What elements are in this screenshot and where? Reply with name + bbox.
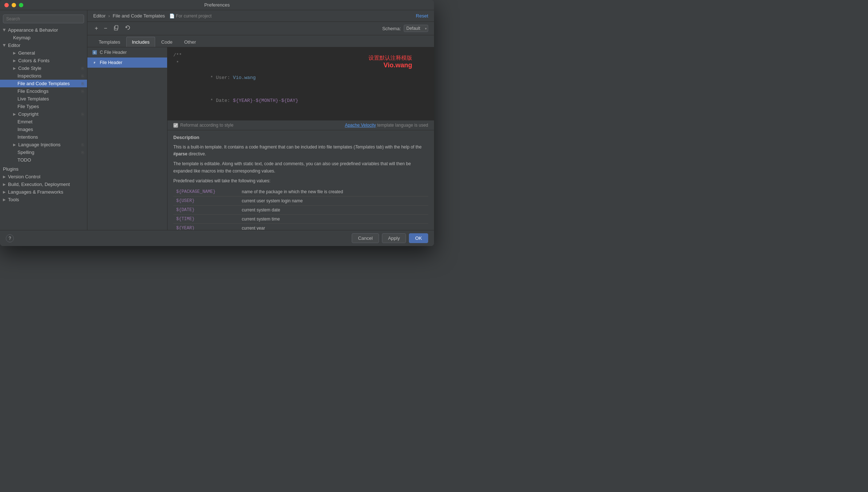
sidebar-item-colors-fonts[interactable]: ▶ Colors & Fonts: [0, 57, 87, 64]
schema-select-wrapper[interactable]: Default Project: [404, 25, 428, 32]
sidebar-item-emmet[interactable]: Emmet: [0, 118, 87, 126]
reformat-checkbox[interactable]: [173, 123, 178, 128]
code-editor[interactable]: /** * * User: Vio.wang * Date: ${YEAR}-$…: [167, 47, 434, 120]
sidebar-item-editor[interactable]: ▶ Editor: [0, 41, 87, 49]
copy-icon: ⎘: [82, 66, 84, 71]
sidebar-item-images[interactable]: Images: [0, 126, 87, 133]
sidebar-item-plugins[interactable]: Plugins: [0, 165, 87, 173]
arrow-icon: ▶: [3, 175, 6, 179]
restore-template-button[interactable]: [123, 24, 132, 33]
sidebar-label: Intentions: [17, 134, 38, 140]
schema-section: Schema: Default Project: [382, 25, 428, 32]
sidebar-item-version-control[interactable]: ▶ Version Control: [0, 173, 87, 180]
velocity-info: Apache Velocity template language is use…: [345, 123, 428, 128]
variable-row: ${TIME} current system time: [173, 214, 428, 223]
breadcrumb-editor: Editor: [93, 13, 106, 19]
sidebar-item-tools[interactable]: ▶ Tools: [0, 196, 87, 203]
ok-button[interactable]: OK: [409, 233, 428, 243]
sidebar-item-intentions[interactable]: Intentions: [0, 133, 87, 141]
template-item-c-file-header[interactable]: C C File Header: [87, 47, 167, 57]
tab-code[interactable]: Code: [156, 37, 178, 47]
sidebar-label: Images: [17, 127, 33, 132]
title-bar: Preferences: [0, 0, 434, 10]
sidebar-item-file-types[interactable]: File Types: [0, 103, 87, 110]
sidebar-item-languages-frameworks[interactable]: ▶ Languages & Frameworks: [0, 188, 87, 196]
sidebar-label: Inspections: [17, 73, 42, 79]
right-panel: Editor › File and Code Templates 📄 For c…: [87, 10, 434, 230]
sidebar-label: TODO: [17, 157, 31, 163]
reformat-check: Reformat according to style: [173, 123, 233, 128]
variable-row: ${DATE} current system date: [173, 205, 428, 214]
breadcrumb-separator: ›: [108, 13, 111, 19]
minimize-button[interactable]: [12, 3, 16, 7]
sidebar-item-inspections[interactable]: Inspections ⎘: [0, 72, 87, 80]
sidebar-item-keymap[interactable]: Keymap: [0, 34, 87, 41]
sidebar-item-file-code-templates[interactable]: File and Code Templates ⎘: [0, 80, 87, 87]
schema-select[interactable]: Default Project: [404, 25, 428, 32]
sidebar-item-live-templates[interactable]: Live Templates: [0, 95, 87, 103]
code-line-3: * User: Vio.wang: [173, 67, 428, 90]
variable-name: ${PACKAGE_NAME}: [173, 187, 239, 197]
tab-label: Other: [184, 39, 196, 45]
svg-text:C: C: [94, 51, 95, 54]
sidebar-item-code-style[interactable]: ▶ Code Style ⎘: [0, 64, 87, 72]
copy-icon: ⎘: [82, 112, 84, 116]
reset-button[interactable]: Reset: [416, 13, 428, 19]
description-title: Description: [173, 135, 428, 140]
search-input[interactable]: [3, 15, 84, 23]
file-icon: F: [92, 60, 98, 66]
tab-other[interactable]: Other: [179, 37, 202, 47]
tab-label: Includes: [132, 39, 149, 45]
sidebar-item-language-injections[interactable]: ▶ Language Injections ⎘: [0, 141, 87, 148]
arrow-icon: ▶: [13, 59, 16, 63]
sidebar-label: Version Control: [8, 174, 40, 179]
sidebar-item-todo[interactable]: TODO: [0, 156, 87, 164]
help-button[interactable]: ?: [6, 234, 14, 242]
window-title: Preferences: [204, 2, 230, 8]
tab-includes[interactable]: Includes: [126, 37, 155, 47]
sidebar-item-general[interactable]: ▶ General: [0, 49, 87, 57]
breadcrumb-note: 📄 For current project: [169, 13, 212, 19]
close-button[interactable]: [4, 3, 9, 7]
sidebar-item-spelling[interactable]: Spelling ⎘: [0, 148, 87, 156]
arrow-icon: ▶: [13, 51, 16, 55]
sidebar-item-file-encodings[interactable]: File Encodings ⎘: [0, 87, 87, 95]
description-paragraph-1: This is a built-in template. It contains…: [173, 144, 428, 158]
apply-button[interactable]: Apply: [382, 233, 406, 243]
sidebar-item-appearance-behavior[interactable]: ▶ Appearance & Behavior: [0, 26, 87, 34]
copy-icon: ⎘: [82, 74, 84, 78]
tab-templates[interactable]: Templates: [93, 37, 126, 47]
toolbar: + − Schema: Default Project: [87, 22, 434, 35]
variable-name: ${YEAR}: [173, 223, 239, 230]
sidebar-item-copyright[interactable]: ▶ Copyright ⎘: [0, 110, 87, 118]
variable-desc: current system date: [239, 205, 428, 214]
code-line-2: *: [173, 59, 428, 67]
sidebar-label: Languages & Frameworks: [8, 189, 63, 195]
window-controls[interactable]: [4, 3, 23, 7]
maximize-button[interactable]: [19, 3, 23, 7]
sidebar-label: Appearance & Behavior: [8, 27, 58, 33]
editor-footer: Reformat according to style Apache Veloc…: [167, 120, 434, 130]
editor-section: /** * * User: Vio.wang * Date: ${YEAR}-$…: [167, 47, 434, 230]
template-item-file-header[interactable]: F File Header: [87, 57, 167, 68]
copy-icon: ⎘: [82, 82, 84, 86]
template-item-label: C File Header: [100, 50, 127, 55]
breadcrumb-current: File and Code Templates: [113, 13, 165, 19]
sidebar-label: Keymap: [13, 35, 31, 40]
cancel-button[interactable]: Cancel: [352, 233, 379, 243]
content-area: C C File Header F File Header /**: [87, 47, 434, 230]
velocity-link[interactable]: Apache Velocity: [345, 123, 376, 128]
arrow-icon: ▶: [13, 66, 16, 70]
add-template-button[interactable]: +: [93, 24, 99, 32]
variable-desc: name of the package in which the new fil…: [239, 187, 428, 197]
sidebar-label: Tools: [8, 197, 19, 202]
svg-rect-1: [115, 25, 118, 29]
remove-template-button[interactable]: −: [102, 24, 108, 32]
sidebar-label: Editor: [8, 43, 20, 48]
variable-name: ${DATE}: [173, 205, 239, 214]
sidebar-item-build-exec-deploy[interactable]: ▶ Build, Execution, Deployment: [0, 180, 87, 188]
copy-template-button[interactable]: [112, 24, 121, 33]
description-paragraph-3: Predefined variables will take the follo…: [173, 178, 428, 184]
variable-row: ${YEAR} current year: [173, 223, 428, 230]
code-line-5: * Time: ${HOUR}:${MINUTE}: [173, 112, 428, 120]
